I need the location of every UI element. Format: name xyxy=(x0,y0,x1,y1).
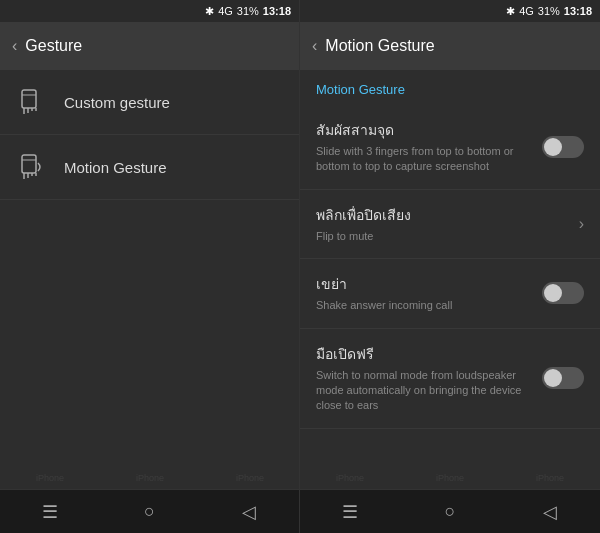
section-header: Motion Gesture xyxy=(300,70,600,105)
back-button-left[interactable]: ◁ xyxy=(219,490,279,534)
left-bottom-nav: ☰ ○ ◁ xyxy=(0,489,299,533)
flip-mute-item[interactable]: พลิกเพื่อปิดเสียง Flip to mute › xyxy=(300,190,600,259)
motion-gesture-icon xyxy=(16,151,48,183)
flip-mute-chevron: › xyxy=(579,215,584,233)
right-bottom-nav: ☰ ○ ◁ xyxy=(300,489,600,533)
status-bar-right: ✱ 4G 31% 13:18 xyxy=(300,0,600,22)
svg-rect-0 xyxy=(22,90,36,108)
shake-item[interactable]: เขย่า Shake answer incoming call xyxy=(300,259,600,328)
handsfree-item[interactable]: มือเปิดฟรี Switch to normal mode from lo… xyxy=(300,329,600,429)
bt-icon-right: ✱ xyxy=(506,5,515,18)
status-bar-left: ✱ 4G 31% 13:18 xyxy=(0,0,299,22)
menu-button-left[interactable]: ☰ xyxy=(20,490,80,534)
custom-gesture-label: Custom gesture xyxy=(64,94,170,111)
three-finger-toggle[interactable] xyxy=(542,136,584,158)
handsfree-text: มือเปิดฟรี Switch to normal mode from lo… xyxy=(316,343,530,414)
right-content: Motion Gesture สัมผัสสามจุด Slide with 3… xyxy=(300,70,600,489)
three-finger-title: สัมผัสสามจุด xyxy=(316,119,530,141)
handsfree-desc: Switch to normal mode from loudspeaker m… xyxy=(316,368,530,414)
left-top-bar: ‹ Gesture xyxy=(0,22,299,70)
flip-mute-desc: Flip to mute xyxy=(316,229,567,244)
left-panel-title: Gesture xyxy=(25,37,82,55)
right-top-bar: ‹ Motion Gesture xyxy=(300,22,600,70)
home-button-left[interactable]: ○ xyxy=(119,490,179,534)
back-button-right[interactable]: ◁ xyxy=(520,490,580,534)
back-icon-right[interactable]: ‹ xyxy=(312,37,317,55)
battery-left: 31% xyxy=(237,5,259,17)
motion-gesture-label: Motion Gesture xyxy=(64,159,167,176)
network-icon: 4G xyxy=(218,5,233,17)
three-finger-item[interactable]: สัมผัสสามจุด Slide with 3 fingers from t… xyxy=(300,105,600,190)
bt-icon: ✱ xyxy=(205,5,214,18)
shake-text: เขย่า Shake answer incoming call xyxy=(316,273,530,313)
time-right: 13:18 xyxy=(564,5,592,17)
left-content: Custom gesture Motion Gesture iPhone iPh… xyxy=(0,70,299,489)
right-panel: ✱ 4G 31% 13:18 ‹ Motion Gesture Motion G… xyxy=(300,0,600,533)
battery-right: 31% xyxy=(538,5,560,17)
shake-desc: Shake answer incoming call xyxy=(316,298,530,313)
time-left: 13:18 xyxy=(263,5,291,17)
three-finger-text: สัมผัสสามจุด Slide with 3 fingers from t… xyxy=(316,119,530,175)
custom-gesture-item[interactable]: Custom gesture xyxy=(0,70,299,135)
home-button-right[interactable]: ○ xyxy=(420,490,480,534)
flip-mute-title: พลิกเพื่อปิดเสียง xyxy=(316,204,567,226)
right-panel-title: Motion Gesture xyxy=(325,37,434,55)
shake-title: เขย่า xyxy=(316,273,530,295)
network-icon-right: 4G xyxy=(519,5,534,17)
menu-button-right[interactable]: ☰ xyxy=(320,490,380,534)
motion-gesture-item[interactable]: Motion Gesture xyxy=(0,135,299,200)
left-panel: ✱ 4G 31% 13:18 ‹ Gesture Custom gesture xyxy=(0,0,300,533)
flip-mute-text: พลิกเพื่อปิดเสียง Flip to mute xyxy=(316,204,567,244)
three-finger-desc: Slide with 3 fingers from top to bottom … xyxy=(316,144,530,175)
custom-gesture-icon xyxy=(16,86,48,118)
svg-rect-2 xyxy=(22,155,36,173)
shake-toggle[interactable] xyxy=(542,282,584,304)
handsfree-title: มือเปิดฟรี xyxy=(316,343,530,365)
handsfree-toggle[interactable] xyxy=(542,367,584,389)
back-icon-left[interactable]: ‹ xyxy=(12,37,17,55)
